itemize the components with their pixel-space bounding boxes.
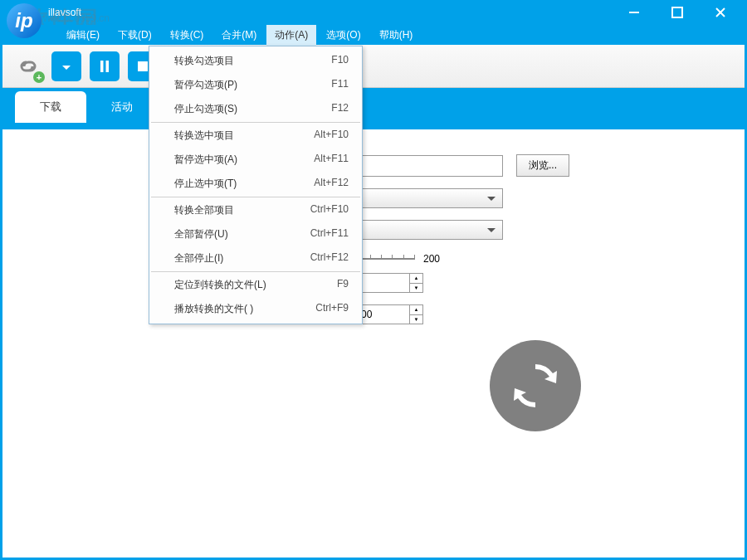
menu-merge[interactable]: 合并(M) — [213, 25, 265, 46]
dd-pause-all[interactable]: 全部暂停(U)Ctrl+F11 — [151, 222, 360, 246]
svg-rect-1 — [672, 7, 682, 17]
dd-pause-checked[interactable]: 暂停勾选项(P)F11 — [151, 73, 360, 97]
dd-locate-file[interactable]: 定位到转换的文件(L)F9 — [151, 273, 360, 297]
window-controls — [624, 2, 740, 22]
logo-glyph: ip — [15, 9, 32, 32]
tab-strip: 下载 活动 — [0, 88, 747, 123]
svg-rect-5 — [106, 61, 110, 72]
row-slider: 200 — [17, 251, 730, 266]
row-starttime: ▲▼ — [17, 273, 730, 293]
dd-stop-checked[interactable]: 停止勾选项(S)F12 — [151, 97, 360, 121]
dd-convert-all[interactable]: 转换全部项目Ctrl+F10 — [151, 198, 360, 222]
slider-max-label: 200 — [423, 253, 440, 265]
dd-convert-selected[interactable]: 转换选中项目Alt+F10 — [151, 124, 360, 148]
add-link-button[interactable]: + — [13, 51, 43, 81]
row-select2 — [17, 220, 730, 240]
close-button[interactable] — [710, 2, 730, 22]
dd-pause-selected[interactable]: 暂停选中项(A)Alt+F11 — [151, 148, 360, 172]
menu-options[interactable]: 选项(O) — [318, 25, 369, 46]
dd-stop-all[interactable]: 全部停止(I)Ctrl+F12 — [151, 246, 360, 270]
row-endtime: 结束时间: 0:00:00.000 ▲▼ — [17, 304, 730, 324]
download-button[interactable] — [51, 51, 81, 81]
row-select1 — [17, 188, 730, 208]
menu-convert[interactable]: 转换(C) — [162, 25, 212, 46]
convert-run-button[interactable] — [490, 340, 581, 431]
left-border — [0, 0, 2, 560]
content-accent-bar — [0, 123, 747, 129]
tab-activity[interactable]: 活动 — [86, 91, 158, 123]
row-path: 浏览... — [17, 154, 730, 177]
dd-convert-checked[interactable]: 转换勾选项目F10 — [151, 49, 360, 73]
menubar: 编辑(E) 下载(D) 转换(C) 合并(M) 动作(A) 选项(O) 帮助(H… — [0, 25, 747, 45]
menu-edit[interactable]: 编辑(E) — [58, 25, 108, 46]
plus-icon: + — [33, 71, 45, 83]
menu-download[interactable]: 下载(D) — [110, 25, 160, 46]
start-time-spinner[interactable]: ▲▼ — [409, 274, 422, 292]
dd-stop-selected[interactable]: 停止选中项(T)Alt+F12 — [151, 172, 360, 196]
refresh-icon — [510, 361, 560, 411]
maximize-button[interactable] — [667, 2, 687, 22]
window-title: illavsoft — [48, 7, 81, 18]
content-area: 浏览... 200 — [0, 129, 747, 361]
app-logo: ip — [7, 3, 42, 38]
toolbar: + — [0, 45, 747, 88]
menu-action[interactable]: 动作(A) — [266, 25, 316, 46]
menu-help[interactable]: 帮助(H) — [371, 25, 422, 46]
tab-download[interactable]: 下载 — [15, 91, 86, 123]
browse-button[interactable]: 浏览... — [516, 154, 569, 177]
end-time-spinner[interactable]: ▲▼ — [409, 305, 422, 324]
action-dropdown-menu: 转换勾选项目F10 暂停勾选项(P)F11 停止勾选项(S)F12 转换选中项目… — [149, 46, 363, 324]
dd-play-file[interactable]: 播放转换的文件( )Ctrl+F9 — [151, 297, 360, 321]
svg-rect-6 — [138, 61, 148, 71]
titlebar: ip illavsoft — [0, 0, 747, 25]
pause-button[interactable] — [90, 51, 120, 81]
svg-rect-4 — [100, 61, 104, 72]
minimize-button[interactable] — [624, 2, 644, 22]
